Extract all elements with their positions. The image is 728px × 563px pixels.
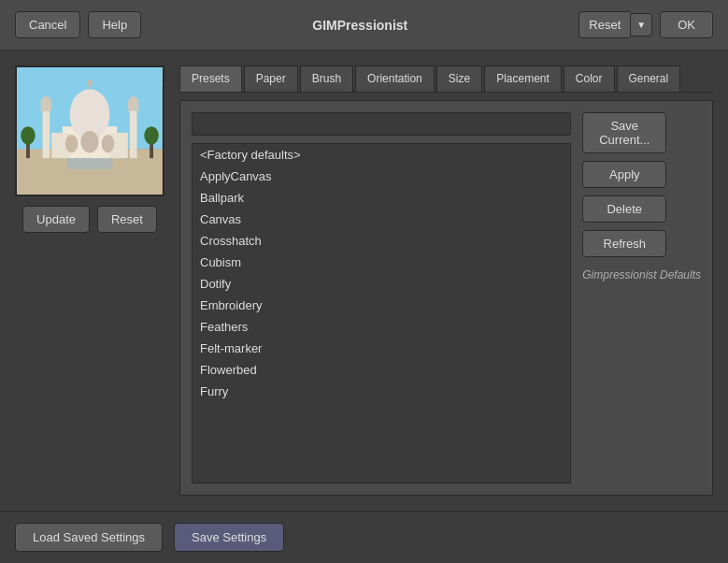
preview-buttons: Update Reset (22, 206, 157, 233)
ok-button[interactable]: OK (660, 11, 713, 38)
left-panel: Update Reset (15, 65, 164, 496)
save-settings-button[interactable]: Save Settings (174, 523, 284, 552)
right-panel: Presets Paper Brush Orientation Size Pla… (179, 65, 713, 496)
tabs: Presets Paper Brush Orientation Size Pla… (179, 65, 713, 93)
list-item[interactable]: Furry (193, 381, 570, 402)
search-input[interactable] (192, 112, 571, 136)
list-item[interactable]: Crosshatch (193, 230, 570, 252)
list-item[interactable]: Flowerbed (193, 359, 570, 381)
tab-orientation[interactable]: Orientation (355, 65, 435, 92)
svg-rect-5 (130, 108, 137, 158)
preview-image (15, 65, 164, 196)
svg-rect-2 (42, 108, 50, 158)
load-settings-button[interactable]: Load Saved Settings (15, 523, 163, 552)
cancel-button[interactable]: Cancel (15, 11, 80, 38)
presets-list-area: <Factory defaults> ApplyCanvas Ballpark … (192, 112, 571, 484)
list-item[interactable]: Canvas (193, 209, 570, 230)
tab-brush[interactable]: Brush (300, 65, 353, 92)
panel-body: <Factory defaults> ApplyCanvas Ballpark … (179, 100, 713, 496)
list-item[interactable]: Embroidery (193, 295, 570, 316)
svg-point-15 (65, 135, 79, 152)
presets-list[interactable]: <Factory defaults> ApplyCanvas Ballpark … (192, 143, 571, 484)
svg-point-16 (102, 135, 115, 152)
app-title: GIMPressionist (312, 18, 407, 33)
save-current-button[interactable]: Save Current... (582, 112, 666, 153)
apply-button[interactable]: Apply (582, 161, 666, 188)
status-text: Gimpressionist Defaults (582, 268, 701, 282)
tab-placement[interactable]: Placement (484, 65, 562, 92)
title-bar-left: Cancel Help (15, 11, 141, 38)
list-item[interactable]: Felt-marker (193, 338, 570, 359)
update-button[interactable]: Update (22, 206, 90, 233)
tab-color[interactable]: Color (564, 65, 615, 92)
list-item[interactable]: Dotify (193, 273, 570, 295)
reset-group: Reset ▼ (578, 11, 652, 38)
tab-size[interactable]: Size (436, 65, 482, 92)
svg-point-7 (128, 96, 139, 111)
tab-presets[interactable]: Presets (179, 65, 242, 92)
actions-area: Save Current... Apply Delete Refresh Gim… (582, 112, 701, 484)
svg-point-21 (144, 126, 159, 144)
refresh-button[interactable]: Refresh (582, 230, 666, 257)
title-bar: Cancel Help GIMPressionist Reset ▼ OK (0, 0, 728, 51)
footer: Load Saved Settings Save Settings (0, 511, 728, 563)
reset-preview-button[interactable]: Reset (97, 206, 157, 233)
list-item[interactable]: Feathers (193, 316, 570, 338)
svg-point-19 (21, 126, 36, 144)
list-item[interactable]: ApplyCanvas (193, 166, 570, 187)
list-item[interactable]: Ballpark (193, 187, 570, 209)
delete-button[interactable]: Delete (582, 195, 666, 223)
reset-dropdown-button[interactable]: ▼ (630, 13, 652, 36)
svg-point-13 (87, 80, 93, 86)
svg-point-4 (41, 96, 52, 111)
reset-main-button[interactable]: Reset (578, 11, 630, 38)
title-bar-right: Reset ▼ OK (578, 11, 713, 38)
main-content: Update Reset Presets Paper Brush Orienta… (0, 51, 728, 511)
tab-general[interactable]: General (617, 65, 681, 92)
list-item[interactable]: Cubism (193, 252, 570, 273)
tab-paper[interactable]: Paper (244, 65, 298, 92)
list-item[interactable]: <Factory defaults> (193, 144, 570, 166)
svg-point-14 (80, 131, 98, 152)
svg-rect-17 (67, 158, 113, 169)
help-button[interactable]: Help (88, 11, 141, 38)
